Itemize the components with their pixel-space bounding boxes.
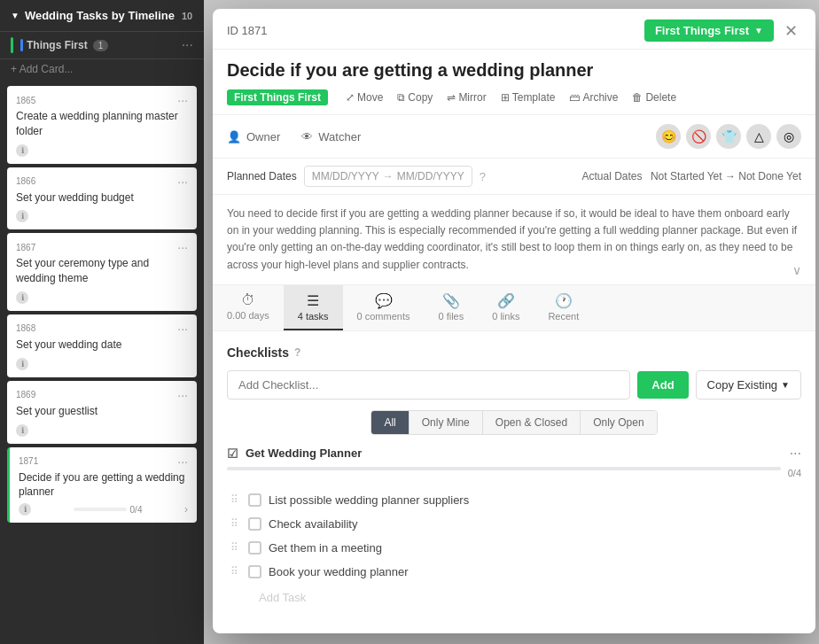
list-item[interactable]: 1869 ··· Set your guestlist ℹ xyxy=(7,381,197,444)
add-card-btn[interactable]: + Add Card... xyxy=(0,59,204,82)
avatar: 👕 xyxy=(716,124,741,149)
template-button[interactable]: ⊞ Template xyxy=(494,88,563,107)
checklist-add-input[interactable] xyxy=(227,370,630,400)
card-more-icon[interactable]: ··· xyxy=(177,93,188,107)
dates-help-icon[interactable]: ? xyxy=(480,170,486,183)
card-title: Set your wedding date xyxy=(16,338,188,353)
modal-id: ID 1871 xyxy=(227,24,268,37)
modal-title: Decide if you are getting a wedding plan… xyxy=(213,50,815,88)
checklist-group-header: ☑ Get Wedding Planner ··· xyxy=(227,446,801,462)
checklist-item-text: List possible wedding planner suppliers xyxy=(269,493,469,507)
planned-dates-input[interactable]: MM/DD/YYYY → MM/DD/YYYY xyxy=(304,166,472,187)
list-item[interactable]: 1866 ··· Set your wedding budget ℹ xyxy=(7,167,197,230)
mirror-button[interactable]: ⇌ Mirror xyxy=(440,88,493,107)
tab-files[interactable]: 📎 0 files xyxy=(424,285,478,330)
copy-existing-label: Copy Existing xyxy=(707,378,777,392)
card-id: 1869 ··· xyxy=(16,388,188,402)
tab-recent-label: Recent xyxy=(548,311,579,322)
card-more-icon[interactable]: ··· xyxy=(177,240,188,254)
list-item[interactable]: 1865 ··· Create a wedding planning maste… xyxy=(7,86,197,164)
modal-tag-chevron-icon: ▼ xyxy=(754,26,763,35)
archive-icon: 🗃 xyxy=(569,91,580,104)
card-title: Create a wedding planning master folder xyxy=(16,109,188,139)
sidebar-count: 10 xyxy=(182,11,192,21)
group-more-icon[interactable]: ··· xyxy=(182,37,193,53)
watcher-icon: 👁 xyxy=(301,130,313,144)
days-icon: ⏱ xyxy=(241,292,255,308)
checklists-help-icon[interactable]: ? xyxy=(294,346,300,359)
tab-links-label: 0 links xyxy=(492,311,519,322)
move-button[interactable]: ⤢ Move xyxy=(339,88,390,107)
checklist-item[interactable]: ⠿ Check availability xyxy=(227,512,801,536)
tab-tasks-label: 4 tasks xyxy=(298,311,329,322)
filter-only-mine-button[interactable]: Only Mine xyxy=(410,411,483,434)
checklists-title: Checklists xyxy=(227,345,289,360)
card-id: 1865 ··· xyxy=(16,93,188,107)
group-count: 1 xyxy=(93,40,109,51)
card-progress: 0/4 xyxy=(74,505,143,515)
links-icon: 🔗 xyxy=(497,292,515,309)
delete-button[interactable]: 🗑 Delete xyxy=(625,88,683,107)
tab-days-label: 0.00 days xyxy=(227,310,269,321)
toolbar-tag-label[interactable]: First Things First xyxy=(227,89,328,105)
checklist-checkbox[interactable] xyxy=(248,517,261,531)
card-info-icon: ℹ xyxy=(16,144,28,157)
checklist-item-text: Check availability xyxy=(269,517,357,531)
drag-handle-icon[interactable]: ⠿ xyxy=(230,565,241,578)
filter-all-button[interactable]: All xyxy=(371,411,409,434)
filter-only-open-button[interactable]: Only Open xyxy=(581,411,656,434)
checklists-section: Checklists ? Add Copy Existing ▼ All Onl… xyxy=(213,331,815,633)
checklist-checkbox[interactable] xyxy=(248,493,261,507)
list-item[interactable]: 1871 ··· Decide if you are getting a wed… xyxy=(7,447,197,524)
tab-tasks[interactable]: ☰ 4 tasks xyxy=(284,285,343,330)
card-more-icon[interactable]: ··· xyxy=(177,322,188,336)
checklist-checkbox[interactable] xyxy=(248,541,261,555)
tab-links[interactable]: 🔗 0 links xyxy=(478,285,534,330)
card-more-icon[interactable]: ··· xyxy=(177,388,188,402)
checklist-item[interactable]: ⠿ List possible wedding planner supplier… xyxy=(227,488,801,512)
avatar-group: 😊 🚫 👕 △ ◎ xyxy=(656,124,801,149)
checklist-item[interactable]: ⠿ Book your wedding planner xyxy=(227,560,801,584)
tab-recent[interactable]: 🕐 Recent xyxy=(534,285,593,330)
modal-close-button[interactable]: ✕ xyxy=(781,21,801,41)
add-checklist-button[interactable]: Add xyxy=(637,371,688,399)
card-expand-icon[interactable]: › xyxy=(184,503,188,516)
card-more-icon[interactable]: ··· xyxy=(177,454,188,469)
card-more-icon[interactable]: ··· xyxy=(177,175,188,189)
sidebar-collapse-icon[interactable]: ▼ xyxy=(11,11,20,20)
owner-label[interactable]: 👤 Owner xyxy=(227,130,280,144)
drag-handle-icon[interactable]: ⠿ xyxy=(230,493,241,506)
checklist-group-more-icon[interactable]: ··· xyxy=(790,446,801,462)
files-icon: 📎 xyxy=(442,292,460,309)
tab-comments[interactable]: 💬 0 comments xyxy=(343,285,425,330)
copy-existing-button[interactable]: Copy Existing ▼ xyxy=(696,370,801,400)
checklist-item-text: Get them in a meeting xyxy=(269,541,382,555)
avatar: △ xyxy=(746,124,771,149)
list-item[interactable]: 1868 ··· Set your wedding date ℹ xyxy=(7,314,197,377)
card-title: Decide if you are getting a wedding plan… xyxy=(19,470,188,500)
card-title: Set your ceremony type and wedding theme xyxy=(16,256,188,286)
add-task-row[interactable]: Add Task xyxy=(227,584,801,609)
filter-open-closed-button[interactable]: Open & Closed xyxy=(483,411,581,434)
copy-button[interactable]: ⧉ Copy xyxy=(390,88,440,107)
description-expand-icon[interactable]: ∨ xyxy=(792,263,801,277)
tab-days[interactable]: ⏱ 0.00 days xyxy=(213,285,284,330)
checklist-item-text: Book your wedding planner xyxy=(269,565,409,578)
watcher-label[interactable]: 👁 Watcher xyxy=(301,130,361,144)
group-label: Things First xyxy=(27,39,88,51)
card-footer: ℹ xyxy=(16,291,188,304)
sidebar: ▼ Wedding Tasks by Timeline 10 Things Fi… xyxy=(0,0,204,644)
drag-handle-icon[interactable]: ⠿ xyxy=(230,517,241,530)
copy-icon: ⧉ xyxy=(397,91,405,104)
modal-tag-button[interactable]: First Things First ▼ xyxy=(644,19,774,42)
list-item[interactable]: 1867 ··· Set your ceremony type and wedd… xyxy=(7,233,197,311)
archive-button[interactable]: 🗃 Archive xyxy=(562,88,625,107)
add-task-text: Add Task xyxy=(259,591,306,604)
tab-bar: ⏱ 0.00 days ☰ 4 tasks 💬 0 comments 📎 0 f… xyxy=(213,285,815,331)
drag-handle-icon[interactable]: ⠿ xyxy=(230,541,241,554)
avatar: 😊 xyxy=(656,124,681,149)
checklist-item[interactable]: ⠿ Get them in a meeting xyxy=(227,536,801,560)
avatar: ◎ xyxy=(776,124,801,149)
checklist-add-row: Add Copy Existing ▼ xyxy=(227,370,801,400)
checklist-checkbox[interactable] xyxy=(248,565,261,578)
